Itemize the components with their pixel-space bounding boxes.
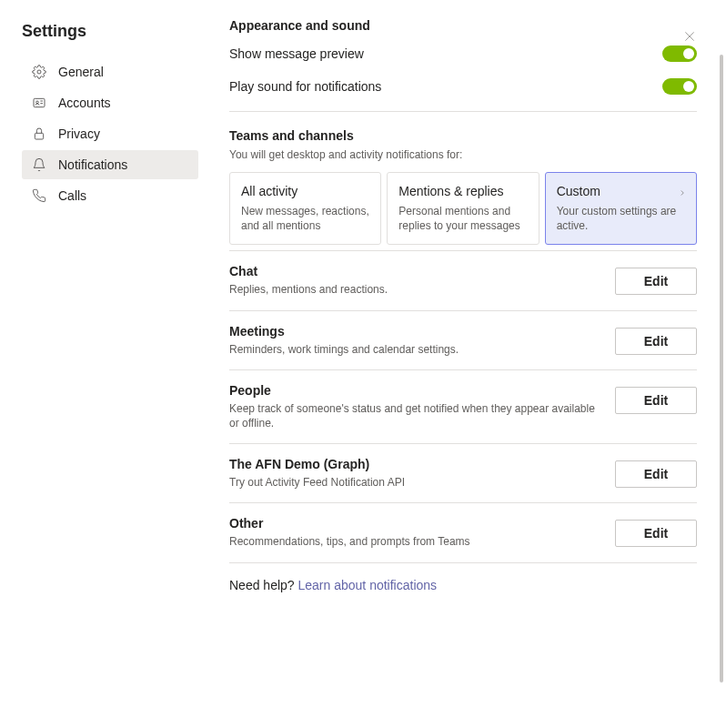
lock-icon (31, 126, 47, 142)
bell-icon (31, 157, 47, 173)
phone-icon (31, 187, 47, 204)
help-prefix: Need help? (229, 578, 298, 592)
edit-people-button[interactable]: Edit (615, 387, 697, 414)
show-preview-row: Show message preview (229, 46, 697, 62)
show-preview-label: Show message preview (229, 46, 364, 61)
show-preview-toggle[interactable] (662, 46, 697, 62)
main-content: Appearance and sound Show message previe… (209, 0, 726, 728)
setting-afn-demo: The AFN Demo (Graph) Try out Activity Fe… (229, 443, 697, 502)
card-all-activity[interactable]: All activity New messages, reactions, an… (229, 172, 381, 245)
edit-meetings-button[interactable]: Edit (615, 328, 697, 355)
svg-point-0 (37, 70, 41, 74)
edit-afn-button[interactable]: Edit (615, 460, 697, 488)
setting-title: The AFN Demo (Graph) (229, 457, 597, 471)
setting-title: People (229, 383, 597, 398)
setting-other: Other Recommendations, tips, and prompts… (229, 502, 697, 561)
notification-scope-cards: All activity New messages, reactions, an… (229, 172, 697, 245)
accounts-icon (31, 95, 47, 111)
setting-desc: Try out Activity Feed Notification API (229, 475, 597, 490)
card-desc: New messages, reactions, and all mention… (241, 204, 369, 233)
setting-title: Chat (229, 264, 597, 278)
setting-desc: Replies, mentions and reactions. (229, 282, 597, 297)
sidebar-item-privacy[interactable]: Privacy (22, 119, 198, 148)
divider (229, 111, 697, 112)
card-desc: Personal mentions and replies to your me… (398, 204, 527, 233)
svg-point-2 (36, 101, 39, 104)
sidebar-item-label: Accounts (58, 96, 111, 110)
settings-nav: General Accounts Privacy Notifications (22, 57, 198, 210)
appearance-heading: Appearance and sound (229, 18, 697, 33)
sidebar: Settings General Accounts Privacy (0, 0, 209, 728)
setting-chat: Chat Replies, mentions and reactions. Ed… (229, 250, 697, 309)
edit-other-button[interactable]: Edit (615, 520, 697, 547)
card-title: Custom (557, 184, 685, 198)
svg-rect-1 (34, 98, 45, 106)
card-custom[interactable]: Custom Your custom settings are active. (545, 172, 697, 245)
setting-meetings: Meetings Reminders, work timings and cal… (229, 310, 697, 369)
svg-rect-5 (35, 133, 43, 139)
sidebar-item-label: Notifications (58, 157, 127, 172)
sidebar-item-notifications[interactable]: Notifications (22, 150, 198, 179)
setting-desc: Reminders, work timings and calendar set… (229, 342, 597, 357)
setting-title: Meetings (229, 324, 597, 339)
card-title: Mentions & replies (398, 184, 527, 198)
sidebar-item-label: Calls (58, 188, 86, 203)
edit-chat-button[interactable]: Edit (615, 268, 697, 295)
sidebar-item-calls[interactable]: Calls (22, 181, 198, 210)
card-mentions-replies[interactable]: Mentions & replies Personal mentions and… (387, 172, 539, 245)
play-sound-toggle[interactable] (662, 78, 697, 95)
setting-desc: Keep track of someone's status and get n… (229, 401, 597, 430)
sidebar-item-general[interactable]: General (22, 57, 198, 86)
learn-notifications-link[interactable]: Learn about notifications (298, 578, 438, 592)
chevron-right-icon (678, 186, 687, 200)
close-button[interactable] (679, 25, 701, 47)
card-desc: Your custom settings are active. (557, 204, 685, 233)
teams-desc: You will get desktop and activity notifi… (229, 148, 697, 161)
gear-icon (31, 64, 47, 80)
page-title: Settings (22, 22, 198, 41)
play-sound-row: Play sound for notifications (229, 78, 697, 95)
play-sound-label: Play sound for notifications (229, 79, 381, 94)
scrollbar[interactable] (720, 55, 723, 682)
setting-desc: Recommendations, tips, and prompts from … (229, 534, 597, 549)
sidebar-item-label: General (58, 65, 104, 79)
card-title: All activity (241, 184, 369, 198)
setting-title: Other (229, 516, 597, 531)
sidebar-item-label: Privacy (58, 126, 100, 141)
setting-people: People Keep track of someone's status an… (229, 369, 697, 443)
sidebar-item-accounts[interactable]: Accounts (22, 88, 198, 117)
help-row: Need help? Learn about notifications (229, 562, 697, 607)
teams-heading: Teams and channels (229, 128, 697, 143)
